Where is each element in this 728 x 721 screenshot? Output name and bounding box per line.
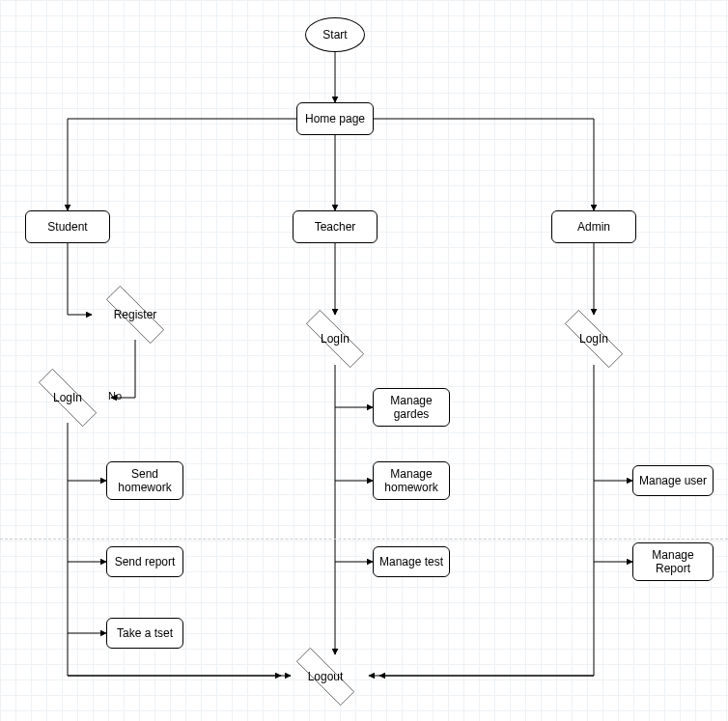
node-label: LogIn [53,391,82,404]
node-label: LogIn [579,332,608,346]
edge-label-no: No [108,390,122,402]
node-label: Manage gardes [390,394,432,422]
node-send-report: Send report [106,546,183,577]
node-home-page: Home page [296,102,374,135]
node-label: Home page [305,112,365,125]
node-label: Teacher [315,220,356,234]
node-label: Manage user [639,474,707,487]
node-manage-grades: Manage gardes [373,388,450,427]
node-label: Register [114,308,157,321]
node-register: Register [92,291,179,339]
node-student: Student [25,210,110,243]
node-admin: Admin [551,210,636,243]
node-login-student: LogIn [24,374,111,422]
node-send-homework: Send homework [106,461,183,500]
node-label: Admin [577,220,610,234]
node-teacher: Teacher [293,210,378,243]
node-label: Start [322,28,347,42]
node-label: LogIn [321,332,350,346]
node-take-test: Take a tset [106,618,183,649]
node-manage-user: Manage user [632,465,714,496]
node-manage-report: Manage Report [632,542,714,581]
node-label: Send report [115,555,176,568]
node-label: Student [47,220,87,234]
node-manage-test: Manage test [373,546,450,577]
node-manage-homework: Manage homework [373,461,450,500]
flowchart-canvas: Start Home page Student Teacher Admin Re… [0,0,728,721]
node-label: Manage test [379,555,443,568]
node-login-admin: LogIn [550,315,637,363]
node-login-teacher: LogIn [292,315,378,363]
node-label: Manage Report [652,548,693,576]
node-label: Manage homework [384,467,437,495]
node-label: Send homework [118,467,171,495]
node-label: Take a tset [117,626,173,640]
node-start: Start [305,17,365,52]
node-label: Logout [308,670,344,683]
node-logout: Logout [282,652,369,701]
